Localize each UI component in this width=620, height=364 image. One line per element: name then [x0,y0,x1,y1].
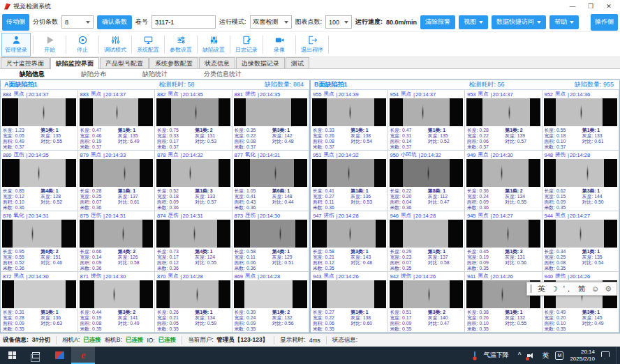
view-menu-button[interactable]: 视图 [459,15,488,29]
record-video-button[interactable]: 录像 [265,33,293,56]
subtab-defect-statistics[interactable]: 缺陷统计 [142,70,168,79]
defect-cell[interactable]: 949 黑点 20:14:30 长度:0.36 宽度:0.24 面积:0.09 … [465,151,542,211]
defect-cell[interactable]: 947 搓伤 20:14:28 长度:0.58 宽度:0.21 面积:0.12 … [311,211,388,272]
close-button[interactable] [605,2,613,10]
area-label: 面积: [157,199,168,204]
defect-cell[interactable]: 880 压伤 20:14:35 长度:0.85 宽度:0.12 面积:0.10 … [1,151,78,211]
ime-punctuation-toggle[interactable]: '， [563,284,573,294]
log-record-button[interactable]: 日志记录 [232,33,260,56]
operate-side-button[interactable]: 操作侧 [591,14,618,31]
tab-test[interactable]: 测试 [286,57,309,68]
ime-emoji-icon[interactable]: ☺ [591,285,599,293]
tab-size-monitor[interactable]: 尺寸监控界面 [1,57,50,68]
contrast-label: 对比: [272,260,283,265]
clear-alarm-button[interactable]: 清除报警 [420,15,455,29]
defect-cell[interactable]: 952 黑点 20:14:36 长度:0.55 宽度:0.18 面积:0.10 … [542,90,620,151]
defect-cell[interactable]: 869 黑点 20:14:28 长度:0.39 宽度:0.24 面积:0.09 … [232,272,310,333]
defect-cell[interactable]: 954 黑点 20:14:37 长度:0.47 宽度:0.31 面积:0.14 … [388,90,466,151]
defect-class: 第3类: 2 [118,310,153,315]
taskbar-clock[interactable]: 20:14 2025/2/10 [570,349,595,362]
defect-details: 长度:0.51 宽度:0.17 面积:0.09 米数:0.35 第3类: 2 灰… [388,309,465,332]
ime-fullwidth-moon-icon[interactable]: ☽ [551,285,558,294]
tab-system-param-config[interactable]: 系统参数配置 [149,57,198,68]
defect-cell[interactable]: 953 黑点 20:14:37 长度:0.28 宽度:0.22 面积:0.06 … [465,90,542,151]
defect-cell[interactable]: 881 搓伤 20:14:35 长度:0.35 宽度:0.22 面积:0.08 … [232,90,310,151]
tab-defect-monitor[interactable]: 缺陷监控界面 [50,57,99,69]
notification-dot-icon [526,357,529,361]
minimize-button[interactable] [568,2,577,10]
ime-settings-gear-icon[interactable]: ⚙ [605,285,612,294]
defect-cell[interactable]: 882 黑点 20:14:35 长度:0.75 宽度:0.33 面积:0.17 … [155,90,232,151]
defect-cell[interactable]: 874 压伤 20:14:31 长度:0.73 宽度:0.17 面积:0.12 … [155,211,232,272]
defect-class: 第3类: 1 [272,128,307,133]
area-label: 面积: [3,199,13,204]
chart-points-select[interactable]: 100 [325,15,352,29]
defect-cell[interactable]: 870 黑点 20:14:28 长度:0.26 宽度:0.21 面积:0.05 … [155,272,232,333]
defect-cell[interactable]: 873 压伤 20:14:30 长度:0.58 宽度:0.11 面积:0.06 … [232,211,310,272]
active-app-button[interactable] [71,347,95,364]
tab-product-model-config[interactable]: 产品型号配置 [100,57,149,68]
language-indicator[interactable]: 英 [542,351,549,361]
subtab-defect-info[interactable]: 缺陷信息 [20,70,45,79]
action-center-icon[interactable] [601,351,610,359]
volume-icon[interactable] [527,352,536,359]
subtab-class-info-statistics[interactable]: 分类信息统计 [204,70,242,79]
defect-cell[interactable]: 884 黑点 20:14:37 长度:1.23 宽度:0.05 面积:0.49 … [1,90,78,151]
defect-cell[interactable]: 875 压伤 20:14:31 长度:0.66 宽度:0.14 面积:0.09 … [78,211,156,272]
defect-cell[interactable]: 883 黑点 20:14:37 长度:0.47 宽度:0.46 面积:0.19 … [78,90,156,151]
exit-program-button[interactable]: 退出程序 [298,33,326,56]
run-mode-select[interactable]: 双面检测 [250,15,292,29]
defect-timestamp: 20:14:35 [181,91,203,98]
contrast-label: 对比: [40,321,51,326]
defect-cell[interactable]: 951 黑点 20:14:32 长度:0.41 宽度:0.27 面积:0.11 … [311,151,388,211]
maximize-button[interactable] [586,2,595,10]
start-menu-button[interactable] [0,347,24,364]
defect-cell[interactable]: 955 黑点 20:14:39 长度:0.33 宽度:0.26 面积:0.08 … [311,90,388,151]
debug-mode-button[interactable]: 调试模式 [101,33,129,56]
slit-count-select[interactable]: 8 [61,15,94,29]
defect-cell[interactable]: 943 黑点 20:14:26 长度:0.27 宽度:0.22 面积:0.06 … [311,272,388,333]
defect-cell[interactable]: 872 黑点 20:14:30 长度:0.31 宽度:0.28 面积:0.09 … [1,272,78,333]
start-button[interactable]: 开始 [36,33,64,56]
tab-status-info[interactable]: 状态信息 [199,57,235,68]
defect-cell[interactable]: 946 黑点 20:14:28 长度:0.29 宽度:0.23 面积:0.07 … [388,211,466,272]
ime-lang-toggle[interactable]: 英 [538,284,545,294]
pinned-app-button[interactable] [47,347,71,364]
ime-mode-icon[interactable]: M [555,351,563,360]
defect-cell[interactable]: 879 黑点 20:14:33 长度:0.28 宽度:0.25 面积:0.07 … [78,151,156,211]
defect-cell[interactable]: 944 黑点 20:14:27 长度:0.34 宽度:0.25 面积:0.08 … [542,211,620,272]
width-label: 宽度: [3,255,13,259]
defect-cell[interactable]: 878 黑点 20:14:32 长度:0.52 宽度:0.18 面积:0.09 … [155,151,232,211]
help-menu-button[interactable]: 帮助 [549,15,579,29]
subtab-defect-distribution[interactable]: 缺陷分布 [81,70,106,79]
defect-timestamp: 20:14:30 [27,273,49,280]
defect-cell[interactable]: 950 小凹坑 20:14:32 长度:0.22 宽度:0.20 面积:0.04… [388,151,466,211]
confirm-count-button[interactable]: 确认条数 [97,15,132,29]
defect-settings-button[interactable]: 缺陷设置 [200,33,228,56]
area-value: 0.09 [556,199,566,204]
tray-expand-chevron-icon[interactable] [518,351,522,359]
defect-cell[interactable]: 876 氧化 20:14:31 长度:0.95 宽度:0.55 面积:0.52 … [1,211,78,272]
defect-cell[interactable]: 948 搓伤 20:14:28 长度:0.62 宽度:0.15 面积:0.09 … [542,151,620,211]
drag-handle-icon[interactable] [530,285,532,293]
system-config-button[interactable]: 系统配置 [134,33,162,56]
defect-thumbnail [466,220,540,248]
defect-cell[interactable]: 877 氧化 20:14:31 长度:1.05 宽度:0.41 面积:0.43 … [232,151,310,211]
weather-news-label[interactable]: 气温下降 [484,351,509,360]
contrast-value: 0.49 [130,321,139,326]
quick-access-menu-button[interactable]: 数据快捷访问 [492,15,546,29]
defect-cell[interactable]: 942 搓伤 20:14:26 长度:0.51 宽度:0.17 面积:0.09 … [388,272,466,333]
stop-button[interactable]: 停止 [68,33,96,56]
drive-side-button[interactable]: 传动侧 [2,14,29,31]
task-view-button[interactable] [24,347,47,364]
admin-login-button[interactable]: 管理登录 [1,33,31,56]
parameter-settings-button[interactable]: 参数设置 [167,33,195,56]
defect-cell[interactable]: 945 黑点 20:14:27 长度:0.45 宽度:0.19 面积:0.09 … [465,211,542,272]
defect-timestamp: 20:14:35 [258,91,280,98]
show-desktop-button[interactable] [616,347,619,364]
tab-edge-data-record[interactable]: 边缘数据记录 [236,57,285,68]
ime-simplified-toggle[interactable]: 简 [578,284,586,294]
defect-cell[interactable]: 871 搓伤 20:14:30 长度:0.44 宽度:0.19 面积:0.08 … [78,272,156,333]
roll-number-input[interactable] [152,15,216,29]
thermometer-icon[interactable] [472,351,478,361]
